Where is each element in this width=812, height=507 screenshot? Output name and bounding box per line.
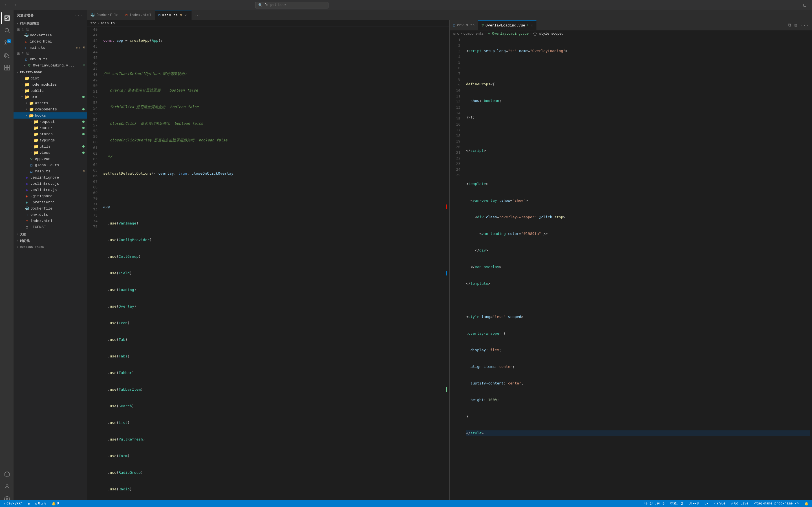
left-breadcrumb: src › main.ts › ... [87, 20, 449, 27]
chevron-right-icon: › [29, 133, 33, 136]
editor-layout-icon[interactable]: ⊟ [794, 21, 799, 29]
tree-eslintrc-js[interactable]: ◈ .eslintrc.js [13, 187, 87, 193]
code-line: .use(Form) [103, 453, 447, 459]
tree-eslintignore[interactable]: ◈ .eslintignore [13, 174, 87, 180]
code-line: defineProps<{ [466, 81, 810, 87]
line-ending-item[interactable]: LF [703, 502, 709, 506]
bell-item[interactable]: 🔔 [803, 502, 810, 506]
tree-indexhtml[interactable]: ◻ index.html [13, 218, 87, 224]
tree-views[interactable]: › 📁 views [13, 150, 87, 156]
git-icon: ◈ [24, 193, 29, 199]
breadcrumb-components[interactable]: components [463, 32, 484, 36]
tab-modified-badge: M [180, 13, 182, 17]
tree-license[interactable]: ◻ LICENSE [13, 224, 87, 230]
tree-hooks[interactable]: ▾ 📂 hooks [13, 112, 87, 119]
section-project-label: FE-PET-BOOK [20, 71, 42, 74]
status-bar: ⑂ dev-ykk* ↻ ✕ 0 ⚠ 0 🔔 0 行 24，列 9 空格: 2 … [0, 500, 812, 507]
sync-item[interactable]: ↻ [27, 502, 31, 506]
open-file-maints[interactable]: ◻ main.ts src M [13, 45, 87, 51]
open-file-envdts[interactable]: ◻ env.d.ts [13, 56, 87, 62]
code-line: .use(PullRefresh) [103, 437, 447, 442]
breadcrumb-maints[interactable]: main.ts [101, 21, 115, 25]
tree-router[interactable]: › 📁 router [13, 125, 87, 131]
left-code-content[interactable]: const app = createApp(App); /** setToast… [101, 27, 449, 507]
status-right: 行 24，列 9 空格: 2 UTF-8 LF {} Vue ⚡ Go Live… [643, 501, 810, 506]
sidebar-more-icon[interactable]: ··· [74, 12, 84, 18]
activity-explorer[interactable] [1, 12, 12, 24]
tree-node-modules[interactable]: › 📁 node_modules [13, 81, 87, 88]
tree-src[interactable]: ▾ 📂 src [13, 94, 87, 100]
section-outline[interactable]: › 大纲 [13, 231, 87, 238]
breadcrumb-src[interactable]: src [453, 32, 459, 36]
code-line: .overlay-wrapper { [466, 331, 810, 336]
golive-item[interactable]: ⚡ Go Live [730, 502, 750, 506]
section-open-editors[interactable]: ▾ 打开的编辑器 [13, 20, 87, 27]
breadcrumb-overlayloading[interactable]: ▽ OverlayLoading.vue [488, 32, 529, 36]
activity-search[interactable] [1, 25, 12, 36]
cursor-position[interactable]: 行 24，列 9 [643, 501, 666, 506]
folder-icon: 📁 [33, 138, 38, 143]
tab-more-button[interactable]: ··· [192, 10, 203, 20]
tree-components[interactable]: › 📁 components [13, 106, 87, 112]
breadcrumb-ellipsis: ... [119, 21, 125, 25]
errors-item[interactable]: ✕ 0 ⚠ 0 [34, 502, 48, 506]
tab-maints[interactable]: ◻ main.ts M ✕ [155, 10, 192, 20]
tree-gitignore[interactable]: ◈ .gitignore [13, 193, 87, 199]
code-line: <div class="overlay-wrapper" @click.stop… [466, 214, 810, 220]
open-file-overlayloading[interactable]: ✕ ▽ OverlayLoading.v... U [13, 62, 87, 68]
code-line: .use(RadioGroup) [103, 470, 447, 475]
tree-dist[interactable]: › 📁 dist [13, 75, 87, 81]
breadcrumb-src[interactable]: src [90, 21, 96, 25]
split-editor-icon[interactable]: ⧉ [787, 21, 792, 29]
breadcrumb-sep: › [98, 21, 100, 25]
section-running-tasks[interactable]: › RUNNING TASKS [13, 244, 87, 250]
open-file-name: main.ts [30, 46, 74, 50]
more-actions-icon[interactable]: ··· [799, 22, 810, 29]
tab-dockerfile[interactable]: 🐳 Dockerfile [87, 10, 122, 20]
folder-open-icon: 📂 [24, 94, 29, 100]
tree-prettierrc[interactable]: ◈ .prettierrc [13, 199, 87, 205]
activity-extensions[interactable] [1, 62, 12, 73]
folder-icon: 📁 [33, 119, 38, 124]
close-icon[interactable]: ✕ [24, 64, 26, 67]
code-line: </script> [466, 148, 810, 154]
tree-app-vue[interactable]: ▽ App.vue [13, 156, 87, 162]
encoding-item[interactable]: UTF-8 [688, 502, 700, 506]
tree-global-dts[interactable]: ◻ global.d.ts [13, 162, 87, 168]
open-file-dockerfile[interactable]: 🐳 Dockerfile [13, 32, 87, 38]
tree-request[interactable]: › 📁 request [13, 119, 87, 125]
code-line [466, 447, 810, 453]
tree-dockerfile[interactable]: 🐳 Dockerfile [13, 205, 87, 212]
tree-env-dts[interactable]: ◻ env.d.ts [13, 212, 87, 218]
tree-typings[interactable]: › 📁 typings [13, 137, 87, 144]
tab-indexhtml[interactable]: ◻ index.html [122, 10, 155, 20]
tree-main-ts[interactable]: ◻ main.ts M [13, 168, 87, 174]
git-branch-item[interactable]: ⑂ dev-ykk* [2, 502, 24, 506]
activity-account[interactable] [1, 481, 12, 492]
tab-close-button[interactable]: ✕ [184, 13, 188, 17]
open-file-indexhtml[interactable]: ◻ index.html [13, 38, 87, 45]
activity-remote[interactable] [1, 469, 12, 480]
tree-utils[interactable]: › 📁 utils [13, 144, 87, 150]
tab-label: env.d.ts [457, 23, 474, 27]
tab-close-button[interactable]: ✕ [531, 23, 533, 27]
tag-item[interactable]: <tag-name prop-name /> [753, 502, 800, 506]
code-line: .use(Field) [103, 270, 447, 276]
tree-assets[interactable]: › 📁 assets [13, 100, 87, 106]
language-item[interactable]: {} Vue [713, 502, 726, 506]
notifications-item[interactable]: 🔔 0 [50, 502, 60, 506]
spaces-item[interactable]: 空格: 2 [669, 501, 684, 506]
activity-git[interactable]: 1 [1, 37, 12, 48]
right-code-content[interactable]: <script setup lang="ts" name="OverlayLoa… [464, 37, 812, 507]
activity-debug[interactable] [1, 50, 12, 61]
open-file-name: env.d.ts [30, 57, 87, 61]
right-tab-overlayloading[interactable]: ▽ OverlayLoading.vue U ✕ [478, 20, 537, 30]
tree-stores[interactable]: › 📁 stores [13, 131, 87, 137]
right-tab-envdts[interactable]: ◻ env.d.ts [450, 20, 478, 30]
right-tab-actions: ⧉ ⊟ ··· [784, 20, 812, 30]
tree-eslintrc-cjs[interactable]: ◈ .eslintrc.cjs [13, 180, 87, 187]
open-file-name: OverlayLoading.v... [33, 63, 83, 68]
tree-public[interactable]: › 📁 public [13, 88, 87, 94]
section-project[interactable]: ▾ FE-PET-BOOK [13, 69, 87, 75]
section-timeline[interactable]: › 时间线 [13, 238, 87, 244]
